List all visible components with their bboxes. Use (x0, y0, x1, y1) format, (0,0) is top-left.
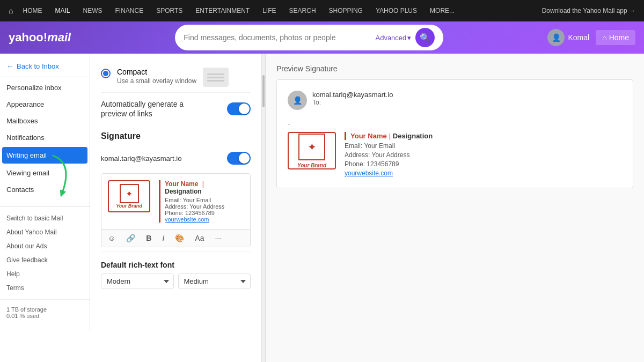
compact-desc: Use a small overlay window (117, 77, 196, 85)
storage-label: 1 TB of storage (6, 306, 83, 313)
compact-preview-icon (203, 68, 229, 87)
nav-shopping[interactable]: SHOPPING (324, 5, 368, 17)
preview-sig-website[interactable]: yourwebsite.com (345, 169, 433, 177)
storage-info: 1 TB of storage 0.01 % used (0, 299, 90, 326)
preview-sig-name: Your Name (350, 132, 387, 140)
font-family-select[interactable]: Modern (101, 274, 174, 289)
icon-line-2 (207, 77, 224, 78)
preview-brand-text: Your Brand (297, 162, 326, 168)
sidebar-item-about-ads[interactable]: About our Ads (0, 239, 90, 253)
download-app-link[interactable]: Download the Yahoo Mail app → (542, 7, 635, 14)
sig-separator: | (202, 180, 204, 188)
bold-button[interactable]: B (144, 233, 153, 243)
sig-name-line: Your Name | Designation (165, 180, 244, 195)
nav-entertainment[interactable]: ENTERTAINMENT (190, 5, 255, 17)
header-right: 👤 Komal ⌂ Home (547, 29, 635, 46)
avatar: 👤 (547, 29, 565, 46)
sig-website-link[interactable]: yourwebsite.com (165, 216, 244, 223)
nav-links: ⌂ HOME MAIL NEWS FINANCE SPORTS ENTERTAI… (9, 5, 460, 17)
italic-button[interactable]: I (160, 233, 166, 243)
sidebar-item-personalize-inbox[interactable]: Personalize inbox (0, 79, 90, 96)
toggle-thumb (239, 104, 250, 114)
sidebar-item-help[interactable]: Help (0, 267, 90, 281)
storage-used: 0.01 % used (6, 313, 83, 319)
sidebar-wrapper: ← Back to Inbox Personalize inbox Appear… (0, 54, 90, 362)
user-profile[interactable]: 👤 Komal (547, 29, 589, 46)
sidebar-item-notifications[interactable]: Notifications (0, 129, 90, 146)
signature-editor[interactable]: ✦ Your Brand Your Name | Designati (101, 173, 251, 247)
sig-logo-decor: ✦ (120, 184, 139, 203)
font-section: Default rich-text font Modern Medium (101, 252, 251, 298)
settings-scroll-content: Compact Use a small overlay window Autom… (90, 54, 261, 306)
sidebar-divider (0, 77, 90, 77)
home-button[interactable]: ⌂ Home (596, 30, 635, 45)
advanced-search-toggle[interactable]: Advanced ▾ (375, 34, 411, 42)
nav-mail[interactable]: MAIL (49, 5, 75, 17)
signature-row: komal.tariq@kayasmart.io (101, 147, 251, 169)
sidebar-item-feedback[interactable]: Give feedback (0, 253, 90, 267)
sig-phone-detail: Phone: 123456789 (165, 210, 244, 216)
sig-address-detail: Address: Your Address (165, 203, 244, 210)
preview-sig-email: Email: Your Email (345, 142, 433, 150)
auto-preview-label: Automatically generate a preview of link… (101, 99, 208, 119)
sidebar-item-contacts[interactable]: Contacts (0, 181, 90, 198)
preview-avatar: 👤 (288, 91, 307, 110)
back-to-inbox-link[interactable]: ← Back to Inbox (0, 58, 90, 75)
font-size-select[interactable]: Medium (178, 274, 251, 289)
sig-email-detail: Email: Your Email (165, 197, 244, 203)
compact-radio[interactable] (101, 69, 111, 78)
link-button[interactable]: 🔗 (124, 233, 137, 243)
font-section-title: Default rich-text font (101, 261, 251, 269)
icon-line-1 (207, 73, 224, 75)
font-size-button[interactable]: Aa (193, 233, 206, 243)
sig-designation: Designation (165, 188, 202, 195)
signature-toggle[interactable] (227, 152, 251, 165)
compact-option[interactable]: Compact Use a small overlay window (101, 62, 251, 92)
preview-email-info: komal.tariq@kayasmart.io To: (312, 91, 393, 106)
emoji-button[interactable]: ☺ (106, 233, 118, 243)
preview-dot: · (288, 119, 622, 130)
main-layout: ← Back to Inbox Personalize inbox Appear… (0, 54, 644, 362)
nav-home[interactable]: HOME (17, 5, 47, 17)
home-icon: ⌂ (9, 6, 13, 15)
nav-yahoo-plus[interactable]: YAHOO PLUS (370, 5, 422, 17)
sidebar-item-viewing-email[interactable]: Viewing email (0, 165, 90, 181)
preview-sig-logo: Your Brand (288, 132, 336, 169)
sig-content-row: ✦ Your Brand Your Name | Designati (108, 180, 244, 223)
top-navigation: ⌂ HOME MAIL NEWS FINANCE SPORTS ENTERTAI… (0, 0, 644, 21)
more-button[interactable]: ··· (213, 233, 223, 243)
nav-sports[interactable]: SPORTS (151, 5, 188, 17)
scrollbar-thumb (262, 75, 265, 107)
sidebar-item-terms[interactable]: Terms (0, 281, 90, 295)
nav-finance[interactable]: FINANCE (109, 5, 149, 17)
sidebar-item-appearance[interactable]: Appearance (0, 96, 90, 113)
signature-editor-content[interactable]: ✦ Your Brand Your Name | Designati (101, 174, 250, 229)
auto-preview-toggle-row: Automatically generate a preview of link… (101, 92, 251, 125)
sig-text-block: Your Name | Designation Email: Your Emai… (159, 180, 244, 223)
signature-section: Signature komal.tariq@kayasmart.io (101, 131, 251, 247)
search-input[interactable] (184, 33, 371, 42)
colors-button[interactable]: 🎨 (173, 233, 186, 243)
content-area: Compact Use a small overlay window Autom… (90, 54, 644, 362)
sidebar-item-switch-basic[interactable]: Switch to basic Mail (0, 211, 90, 225)
auto-preview-toggle[interactable] (227, 102, 251, 115)
compact-label: Compact (117, 68, 196, 76)
nav-life[interactable]: LIFE (257, 5, 281, 17)
sidebar-item-writing-email[interactable]: Writing email (2, 147, 87, 164)
nav-search[interactable]: SEARCH (284, 5, 321, 17)
preview-header: 👤 komal.tariq@kayasmart.io To: (288, 91, 622, 110)
sidebar: ← Back to Inbox Personalize inbox Appear… (0, 54, 90, 330)
search-button[interactable]: 🔍 (415, 28, 435, 47)
preview-sig-phone: Phone: 123456789 (345, 160, 433, 168)
sig-name: Your Name (165, 180, 198, 188)
sidebar-item-mailboxes[interactable]: Mailboxes (0, 113, 90, 129)
settings-panel-wrapper: Compact Use a small overlay window Autom… (90, 54, 266, 362)
preview-sig-designation: Designation (393, 132, 433, 140)
nav-news[interactable]: NEWS (77, 5, 107, 17)
preview-signature-content: Your Brand Your Name | Designation Email… (288, 132, 622, 177)
settings-scrollbar[interactable] (262, 54, 265, 362)
sidebar-item-about-yahoo[interactable]: About Yahoo Mail (0, 225, 90, 239)
settings-panel: Compact Use a small overlay window Autom… (90, 54, 262, 362)
nav-more[interactable]: MORE... (425, 5, 460, 17)
back-arrow-icon: ← (6, 62, 13, 70)
